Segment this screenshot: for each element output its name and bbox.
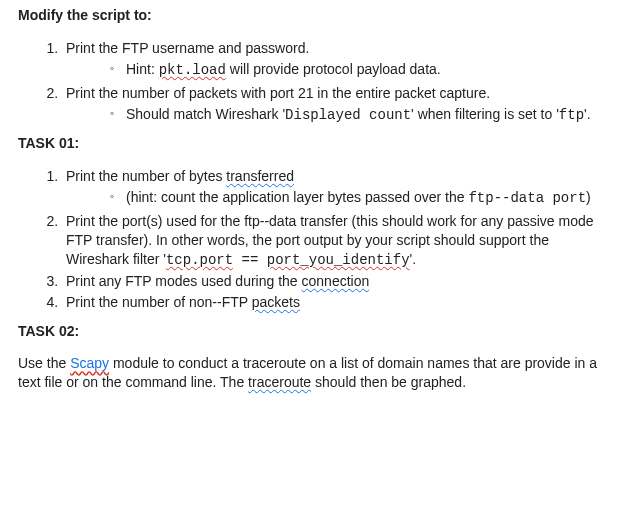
t1s1code: ftp-‐data port (468, 190, 586, 206)
task02-heading: TASK 02: (18, 322, 615, 341)
t2a: Use the (18, 355, 70, 371)
task01-heading: TASK 01: (18, 134, 615, 153)
t2-scapy: Scapy (70, 355, 109, 371)
modify-item-2-text: Print the number of packets with port 21… (66, 85, 490, 101)
hint-lead: Hint: (126, 61, 159, 77)
t1i3b: connection (302, 273, 370, 289)
t1i1a: Print the number of bytes (66, 168, 226, 184)
task01-item-3: Print any FTP modes used during the conn… (62, 272, 615, 291)
hint-rest: will provide protocol payload data. (226, 61, 441, 77)
task01-item-1: Print the number of bytes transferred (h… (62, 167, 615, 208)
hint-code: pkt.load (159, 62, 226, 78)
t1s1b: ) (586, 189, 591, 205)
note-code: Displayed count (285, 107, 411, 123)
modify-item-2-note: Should match Wireshark 'Displayed count'… (110, 105, 615, 125)
task01-item-4: Print the number of non-‐FTP packets (62, 293, 615, 312)
task01-list: Print the number of bytes transferred (h… (18, 167, 615, 311)
task01-item-2: Print the port(s) used for the ftp-‐data… (62, 212, 615, 270)
t1s1a: (hint: count the application layer bytes… (126, 189, 468, 205)
t1i1b: transferred (226, 168, 294, 184)
note-lead: Should match Wireshark ' (126, 106, 285, 122)
modify-item-1-text: Print the FTP username and password. (66, 40, 309, 56)
modify-item-1-sub: Hint: pkt.load will provide protocol pay… (66, 60, 615, 80)
modify-item-2: Print the number of packets with port 21… (62, 84, 615, 125)
modify-item-1: Print the FTP username and password. Hin… (62, 39, 615, 80)
t1i4a: Print the number of non-‐FTP (66, 294, 252, 310)
t1i2mid: == (233, 252, 267, 268)
modify-item-1-hint: Hint: pkt.load will provide protocol pay… (110, 60, 615, 80)
note-end: '. (584, 106, 591, 122)
t1i2end: '. (410, 251, 417, 267)
t1i2code2: port_you_identify (267, 252, 410, 268)
task01-item-1-hint: (hint: count the application layer bytes… (110, 188, 615, 208)
modify-list: Print the FTP username and password. Hin… (18, 39, 615, 125)
t1i3a: Print any FTP modes used during the (66, 273, 302, 289)
t2-traceroute: traceroute (248, 374, 311, 390)
t1i4b: packets (252, 294, 300, 310)
intro-heading: Modify the script to: (18, 6, 615, 25)
note-mid: ' when filtering is set to ' (411, 106, 559, 122)
t1i2code1: tcp.port (166, 252, 233, 268)
t2c: should then be graphed. (311, 374, 466, 390)
task02-paragraph: Use the Scapy module to conduct a tracer… (18, 354, 615, 392)
note-code2: ftp (559, 107, 584, 123)
modify-item-2-sub: Should match Wireshark 'Displayed count'… (66, 105, 615, 125)
task01-item-1-sub: (hint: count the application layer bytes… (66, 188, 615, 208)
